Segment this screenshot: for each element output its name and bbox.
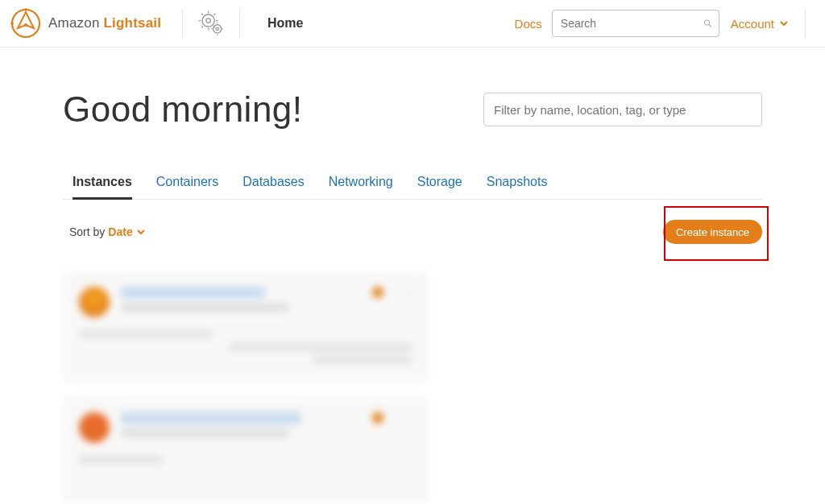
sort-field: Date — [108, 225, 132, 238]
sort-label: Sort by — [69, 225, 105, 238]
svg-point-3 — [24, 23, 27, 27]
tab-snapshots[interactable]: Snapshots — [487, 170, 548, 199]
divider — [239, 8, 240, 39]
status-indicator-icon — [372, 287, 383, 298]
tab-storage[interactable]: Storage — [417, 170, 462, 199]
brand-logo-block[interactable]: Amazon Lightsail — [5, 7, 177, 39]
kebab-menu-icon[interactable]: ⋮ — [401, 287, 412, 298]
account-label: Account — [731, 17, 774, 31]
brand-text-amazon: Amazon — [48, 15, 104, 31]
divider — [805, 8, 806, 39]
global-search[interactable] — [552, 10, 719, 37]
search-input[interactable] — [559, 16, 703, 31]
kebab-menu-icon[interactable]: ⋮ — [401, 412, 412, 423]
svg-line-9 — [709, 24, 711, 27]
top-bar: Amazon Lightsail Home Docs Account — [0, 0, 825, 48]
row-actions: Sort by Date Create instance — [63, 214, 762, 250]
instance-os-icon — [79, 287, 110, 317]
resource-tabs: Instances Containers Databases Networkin… — [63, 170, 762, 200]
brand-text-lightsail: Lightsail — [104, 15, 162, 31]
tab-databases[interactable]: Databases — [243, 170, 305, 199]
instance-card[interactable]: ⋮ — [63, 272, 429, 382]
svg-point-7 — [216, 27, 218, 30]
main-content: Good morning! Instances Containers Datab… — [63, 48, 762, 504]
create-instance-button[interactable]: Create instance — [663, 220, 762, 244]
filter-input[interactable] — [483, 93, 762, 126]
search-icon — [703, 16, 712, 31]
instance-os-icon — [79, 412, 110, 443]
greeting-row: Good morning! — [63, 48, 762, 130]
chevron-down-icon — [136, 227, 146, 237]
settings-gear-icon[interactable] — [197, 10, 225, 37]
divider — [182, 8, 183, 39]
account-menu[interactable]: Account — [719, 17, 800, 31]
tab-containers[interactable]: Containers — [156, 170, 218, 199]
tab-networking[interactable]: Networking — [329, 170, 393, 199]
instance-card[interactable]: ⋮ — [63, 398, 429, 502]
greeting-text: Good morning! — [63, 89, 483, 130]
svg-point-6 — [214, 25, 222, 33]
chevron-down-icon — [779, 19, 789, 28]
nav-docs[interactable]: Docs — [505, 17, 552, 31]
sort-control[interactable]: Sort by Date — [63, 225, 146, 238]
svg-point-1 — [10, 22, 14, 25]
lightsail-logo-icon — [10, 7, 42, 39]
status-indicator-icon — [372, 412, 383, 423]
instance-cards: ⋮ ⋮ ⋮ — [63, 272, 762, 504]
tab-instances[interactable]: Instances — [73, 170, 132, 200]
svg-point-4 — [202, 14, 214, 27]
svg-point-5 — [206, 19, 210, 23]
nav-home[interactable]: Home — [245, 16, 325, 31]
